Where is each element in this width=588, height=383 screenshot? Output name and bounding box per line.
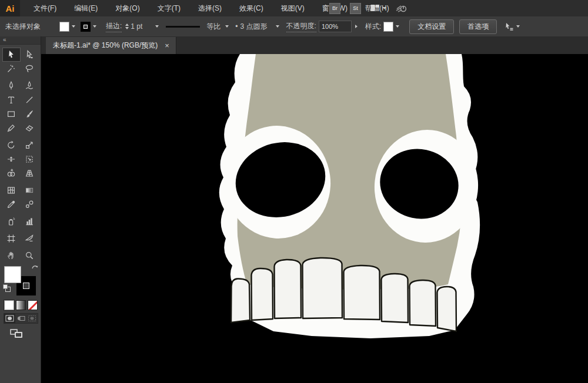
- tooth: [344, 266, 380, 320]
- scale-tool[interactable]: [21, 138, 39, 152]
- free-transform-tool[interactable]: [21, 152, 39, 166]
- chevron-down-icon: [383, 7, 386, 9]
- swap-fill-stroke-icon[interactable]: [31, 264, 39, 271]
- slice-tool[interactable]: [21, 231, 39, 246]
- none-button[interactable]: [28, 300, 38, 310]
- width-tool[interactable]: [2, 152, 21, 166]
- gradient-button[interactable]: [16, 300, 26, 310]
- close-icon[interactable]: ×: [165, 42, 169, 49]
- menu-item-6[interactable]: 视图(V): [272, 0, 313, 16]
- symbol-sprayer-tool[interactable]: [2, 214, 21, 229]
- paintbrush-tool[interactable]: [21, 107, 39, 121]
- menu-item-3[interactable]: 文字(T): [149, 0, 189, 16]
- screen-mode-button[interactable]: [9, 328, 24, 341]
- pencil-icon: [6, 123, 16, 133]
- gradient-tool[interactable]: [21, 183, 39, 197]
- rectangle-icon: [6, 109, 16, 119]
- menu-bar: Ai 文件(F)编辑(E)对象(O)文字(T)选择(S)效果(C)视图(V)窗口…: [0, 0, 588, 17]
- stroke-width-dropdown[interactable]: 1 pt: [131, 22, 159, 31]
- blend-icon: [25, 200, 34, 209]
- drawing-modes: [4, 313, 38, 324]
- selection-icon: [6, 50, 16, 59]
- menu-item-2[interactable]: 对象(O): [106, 0, 148, 16]
- rotate-tool[interactable]: [2, 138, 21, 152]
- opacity-input[interactable]: [319, 21, 352, 32]
- tab-bar: 未标题-1.ai* @ 150% (RGB/预览) ×: [41, 36, 588, 55]
- chevron-down-icon: [225, 25, 229, 28]
- pen-tool[interactable]: [2, 79, 21, 93]
- column-graph-tool[interactable]: [21, 214, 39, 229]
- canvas[interactable]: [41, 54, 588, 383]
- panel-collapse[interactable]: «: [0, 36, 41, 45]
- stroke-color-dropdown[interactable]: [81, 22, 96, 32]
- direct-selection-icon: [25, 50, 34, 59]
- tooth: [382, 274, 409, 322]
- line-segment-icon: [25, 95, 34, 105]
- select-similar-icon: [504, 22, 514, 31]
- zoom-icon: [25, 251, 34, 260]
- magic-wand-tool[interactable]: [2, 62, 21, 76]
- select-similar-dropdown[interactable]: [504, 22, 520, 31]
- tooth: [252, 268, 273, 320]
- opacity-panel-link[interactable]: 不透明度:: [286, 21, 316, 32]
- menu-item-1[interactable]: 编辑(E): [65, 0, 106, 16]
- perspective-grid-tool[interactable]: [21, 166, 39, 180]
- rectangle-tool[interactable]: [2, 107, 21, 121]
- pencil-tool[interactable]: [2, 121, 21, 135]
- brush-dropdown[interactable]: • 3 点圆形: [235, 22, 279, 32]
- fill-stroke-indicator: [4, 266, 37, 298]
- slice-icon: [25, 234, 34, 243]
- document-setup-button[interactable]: 文档设置: [409, 19, 454, 34]
- fill-color-well[interactable]: [4, 266, 21, 283]
- direct-selection-tool[interactable]: [21, 48, 39, 62]
- free-transform-icon: [25, 154, 34, 164]
- preferences-button[interactable]: 首选项: [459, 19, 497, 34]
- screen-mode-icon: [9, 328, 24, 339]
- blend-tool[interactable]: [21, 197, 39, 211]
- selection-tool[interactable]: [2, 48, 21, 62]
- stroke-width-value: 1 pt: [131, 22, 142, 31]
- opacity-stepper-arrow[interactable]: [355, 25, 358, 28]
- fill-color-dropdown[interactable]: [59, 22, 75, 32]
- draw-inside-button[interactable]: [26, 314, 38, 323]
- menu-item-5[interactable]: 效果(C): [230, 0, 272, 16]
- stroke-panel-link[interactable]: 描边:: [106, 21, 122, 32]
- tools-grid: [0, 48, 41, 263]
- zoom-tool[interactable]: [21, 248, 39, 263]
- artboard-tool[interactable]: [2, 231, 21, 246]
- style-dropdown[interactable]: [383, 22, 399, 32]
- workspace-switcher[interactable]: [370, 4, 386, 12]
- width-profile-dropdown[interactable]: 等比: [166, 22, 229, 32]
- hand-icon: [6, 251, 16, 260]
- shape-builder-tool[interactable]: [2, 166, 21, 180]
- stroke-width-stepper[interactable]: [125, 23, 129, 29]
- mesh-icon: [6, 186, 16, 195]
- eraser-tool[interactable]: [21, 121, 39, 135]
- lasso-tool[interactable]: [21, 62, 39, 76]
- stock-button[interactable]: St: [350, 3, 361, 14]
- draw-behind-button[interactable]: [15, 314, 26, 323]
- fill-swatch: [59, 22, 69, 32]
- default-fill-stroke-icon[interactable]: [3, 284, 10, 291]
- type-tool[interactable]: [2, 93, 21, 107]
- document-tab[interactable]: 未标题-1.ai* @ 150% (RGB/预览) ×: [46, 37, 176, 54]
- style-label: 样式:: [365, 22, 381, 32]
- paint-style-row: [4, 300, 38, 310]
- draw-normal-button[interactable]: [4, 314, 15, 323]
- launcher-icon[interactable]: [396, 4, 407, 13]
- mesh-tool[interactable]: [2, 183, 21, 197]
- curvature-tool[interactable]: [21, 79, 39, 93]
- hand-tool[interactable]: [2, 248, 21, 263]
- chevron-down-icon: [276, 25, 279, 28]
- eyedropper-tool[interactable]: [2, 197, 21, 211]
- color-button[interactable]: [4, 300, 14, 310]
- app-logo: Ai: [0, 0, 20, 16]
- bridge-button[interactable]: Br: [329, 3, 340, 14]
- line-segment-tool[interactable]: [21, 93, 39, 107]
- selection-status: 未选择对象: [0, 22, 56, 32]
- scale-icon: [25, 140, 34, 150]
- chevron-down-icon: [72, 25, 75, 28]
- width-icon: [6, 154, 16, 164]
- menu-item-0[interactable]: 文件(F): [25, 0, 65, 16]
- menu-item-4[interactable]: 选择(S): [189, 0, 230, 16]
